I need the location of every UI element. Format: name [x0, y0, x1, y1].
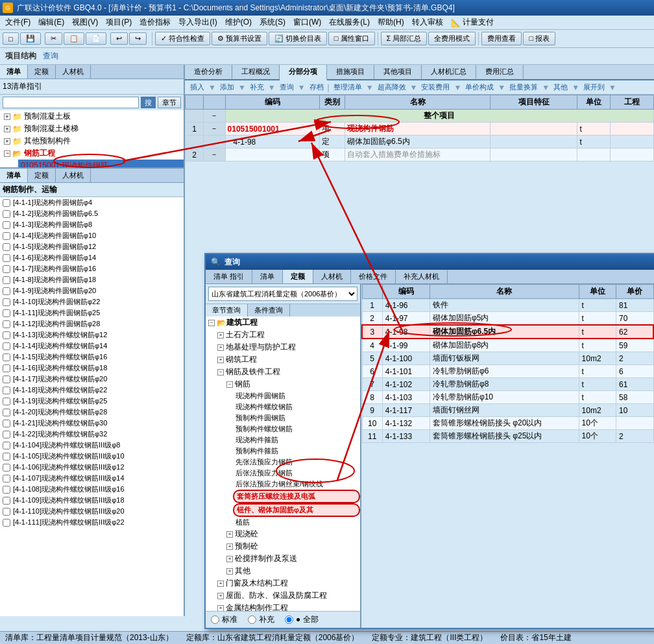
checkbox-5[interactable] — [3, 243, 10, 251]
td-expand[interactable]: － — [203, 149, 225, 161]
dlg-item-masonry[interactable]: + 砌筑工程 — [215, 353, 360, 366]
dlg-item-precast-stirrup[interactable]: 预制构件箍筋 — [233, 446, 360, 457]
quota-row-11[interactable]: 11 4-1-133 套筒锥形螺栓钢筋接头 φ25以内 10个 2 — [362, 430, 653, 443]
tab-project-overview[interactable]: 工程概况 — [232, 65, 280, 79]
checkbox-4[interactable] — [3, 232, 10, 240]
menu-help[interactable]: 帮助(H) — [374, 16, 408, 29]
checkbox-14[interactable] — [3, 342, 10, 350]
new-btn[interactable]: □ — [3, 32, 19, 45]
expand-icon[interactable]: + — [217, 357, 224, 363]
expand-icon[interactable]: + — [4, 126, 10, 132]
redo-btn[interactable]: ↪ — [129, 32, 147, 45]
tab-quota-bottom[interactable]: 定额 — [28, 169, 56, 182]
menu-edit[interactable]: 编辑(E) — [34, 16, 68, 29]
tab-section-items[interactable]: 分部分项 — [280, 65, 327, 80]
copy-btn[interactable]: 📋 — [64, 32, 84, 45]
expand-icon[interactable]: + — [226, 556, 233, 562]
checkbox-108[interactable] — [3, 486, 10, 494]
checkbox-18[interactable] — [3, 387, 10, 394]
quota-row-9[interactable]: 9 4-1-117 墙面钉钢丝网 10m2 10 — [362, 404, 653, 417]
other-btn[interactable]: 其他 — [551, 82, 570, 93]
radio-all-input[interactable] — [285, 615, 293, 624]
filter-tab-condition[interactable]: 条件查询 — [248, 304, 290, 316]
dialog-tree[interactable]: － 📂 建筑工程 + 土石方工程 + 地基处理与防护工程 + — [206, 316, 360, 611]
query-btn[interactable]: 查询 — [277, 82, 297, 93]
overhead-reduction-btn[interactable]: 超高降效 — [375, 82, 409, 93]
expand-icon[interactable]: － — [217, 369, 224, 376]
quota-row-1[interactable]: 1 4-1-96 铁件 t 81 — [362, 299, 653, 312]
tab-quota[interactable]: 定额 — [28, 65, 56, 78]
checkbox-13[interactable] — [3, 331, 10, 339]
expand-icon[interactable]: + — [4, 113, 10, 120]
tree-group-other-precast[interactable]: + 📁 其他预制构件 — [3, 135, 184, 147]
expand-icon[interactable]: + — [226, 568, 233, 575]
unit-price-btn[interactable]: 单价构成 — [463, 82, 496, 93]
checkbox-104[interactable] — [3, 442, 10, 449]
dlg-item-foundation[interactable]: + 地基处理与防护工程 — [215, 341, 360, 353]
dialog-tab-list[interactable]: 清单 — [252, 270, 283, 283]
tree-group-concrete-board[interactable]: + 📁 预制混凝土板 — [3, 110, 184, 123]
batch-convert-btn[interactable]: 批量换算 — [507, 82, 540, 93]
menu-file[interactable]: 文件(F) — [1, 16, 34, 29]
menu-audit[interactable]: 转入审核 — [408, 16, 447, 29]
radio-standard-input[interactable] — [211, 615, 219, 624]
dialog-tab-supplement[interactable]: 补充人材机 — [396, 270, 448, 283]
tab-measures[interactable]: 措施项目 — [327, 65, 374, 79]
tab-list[interactable]: 清单 — [0, 65, 28, 78]
dlg-item-precast-round[interactable]: 预制构件圆钢筋 — [233, 412, 360, 423]
undo-btn[interactable]: ↩ — [110, 32, 128, 45]
checkbox-15[interactable] — [3, 353, 10, 361]
checkbox-10[interactable] — [3, 298, 10, 306]
checkbox-22[interactable] — [3, 431, 10, 438]
supplement-btn[interactable]: 补充 — [247, 82, 267, 93]
menu-measure[interactable]: 📐计量支付 — [447, 16, 498, 29]
compliance-check-btn[interactable]: ✓ 符合性检查 — [155, 32, 210, 45]
dlg-item-cast-round[interactable]: 现浇构件圆钢筋 — [233, 390, 360, 401]
dlg-item-roofing[interactable]: + 屋面、防水、保温及防腐工程 — [215, 590, 360, 602]
checkbox-107[interactable] — [3, 475, 10, 483]
table-row-2[interactable]: 2 － 项 自动套入措施费单价措施标 — [186, 149, 654, 161]
checkbox-8[interactable] — [3, 276, 10, 284]
checkbox-106[interactable] — [3, 464, 10, 471]
filter-tab-chapter[interactable]: 章节查询 — [206, 304, 248, 316]
checkbox-9[interactable] — [3, 287, 10, 295]
add-btn[interactable]: 添加 — [217, 82, 237, 93]
tab-cost-analysis[interactable]: 造价分析 — [185, 65, 232, 79]
dlg-item-precast-concrete[interactable]: + 预制砼 — [224, 540, 360, 553]
tab-cost-summary[interactable]: 费用汇总 — [476, 65, 524, 79]
quota-row-8[interactable]: 8 4-1-103 冷轧带肋钢筋φ10 t 58 — [362, 391, 653, 404]
property-window-btn[interactable]: □ 属性窗口 — [328, 32, 375, 45]
checkbox-21[interactable] — [3, 420, 10, 427]
dlg-item-bolt-masonry[interactable]: 钮件、砌体加固筋φ及其 — [233, 503, 360, 517]
menu-system[interactable]: 系统(S) — [256, 16, 289, 29]
expand-icon[interactable]: + — [217, 332, 224, 339]
install-cost-btn[interactable]: 安装费用 — [418, 82, 452, 93]
checkbox-2[interactable] — [3, 210, 10, 218]
checkbox-1[interactable] — [3, 199, 10, 207]
checkbox-110[interactable] — [3, 508, 10, 516]
tree-group-rebar[interactable]: － 📂 钢筋工程 — [3, 147, 184, 160]
dlg-item-cast-thread[interactable]: 现浇构件螺纹钢筋 — [233, 401, 360, 412]
dlg-item-rebar-work[interactable]: － 钢筋及铁件工程 — [215, 366, 360, 378]
tab-resources-bottom[interactable]: 人材机 — [56, 169, 91, 182]
dlg-tree-building[interactable]: － 📂 建筑工程 — [206, 316, 360, 329]
menu-window[interactable]: 窗口(W) — [289, 16, 325, 29]
checkbox-20[interactable] — [3, 409, 10, 416]
checkbox-3[interactable] — [3, 221, 10, 229]
expand-to-btn[interactable]: 展开到 — [581, 82, 607, 93]
menu-price-index[interactable]: 造价指标 — [136, 16, 175, 29]
checkbox-17[interactable] — [3, 376, 10, 383]
dlg-item-plant-rebar[interactable]: 植筋 — [233, 517, 360, 528]
report-btn[interactable]: □ 报表 — [523, 32, 555, 45]
td-expand[interactable]: － — [203, 123, 225, 136]
radio-supplement[interactable]: 补充 — [248, 614, 274, 625]
checkbox-105[interactable] — [3, 453, 10, 460]
full-cost-btn[interactable]: 全费用模式 — [428, 32, 476, 45]
quota-row-7[interactable]: 7 4-1-102 冷轧带肋钢筋φ8 t 61 — [362, 378, 653, 391]
tab-resources-summary[interactable]: 人材机汇总 — [422, 65, 476, 79]
dlg-item-earthwork[interactable]: + 土石方工程 — [215, 329, 360, 341]
menu-online[interactable]: 在线服务(L) — [325, 16, 374, 29]
dlg-item-cast-concrete[interactable]: + 现浇砼 — [224, 528, 360, 540]
table-row-1[interactable]: 1 － 010515001001 项 现浇构件钢筋 t — [186, 123, 654, 136]
radio-supplement-input[interactable] — [248, 615, 256, 624]
